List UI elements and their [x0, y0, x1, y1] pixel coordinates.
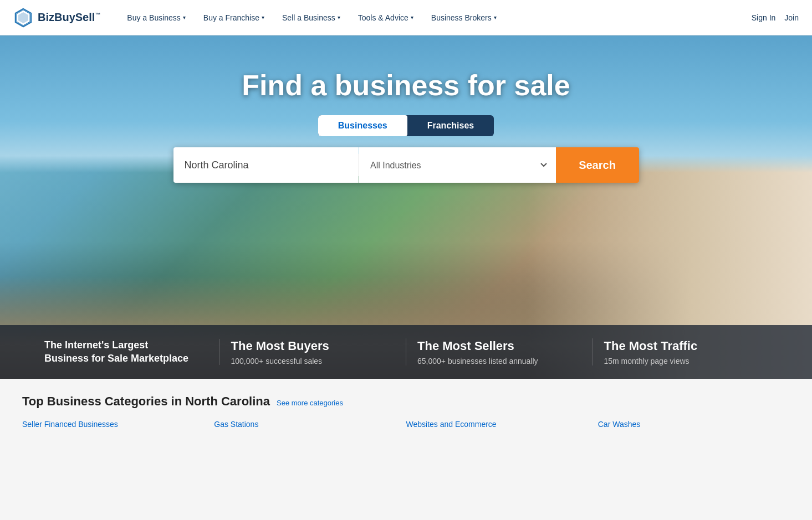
category-col-0: Seller Financed Businesses [22, 418, 214, 431]
category-car-washes[interactable]: Car Washes [598, 418, 790, 431]
stat-sellers: The Most Sellers 65,000+ businesses list… [406, 338, 593, 365]
nav-buy-business[interactable]: Buy a Business ▾ [118, 0, 195, 35]
categories-header: Top Business Categories in North Carolin… [22, 394, 790, 409]
categories-title: Top Business Categories in North Carolin… [22, 394, 270, 409]
nav-business-brokers[interactable]: Business Brokers ▾ [422, 0, 505, 35]
search-type-tabs: Businesses Franchises [318, 115, 494, 136]
tab-franchises[interactable]: Franchises [407, 115, 494, 136]
category-col-1: Gas Stations [214, 418, 406, 431]
stat-sellers-title: The Most Sellers [417, 338, 581, 354]
category-websites-ecommerce[interactable]: Websites and Ecommerce [406, 418, 598, 431]
stat-buyers-title: The Most Buyers [231, 338, 395, 354]
stat-sellers-sub: 65,000+ businesses listed annually [417, 357, 581, 365]
signin-button[interactable]: Sign In [752, 13, 776, 22]
stat-marketplace: The Internet's LargestBusiness for Sale … [33, 339, 220, 365]
nav-sell-business[interactable]: Sell a Business ▾ [273, 0, 349, 35]
logo[interactable]: BizBuySell™ [13, 8, 100, 28]
categories-grid: Seller Financed Businesses Gas Stations … [22, 418, 790, 431]
nav-auth: Sign In Join [752, 13, 799, 22]
logo-text: BizBuySell™ [38, 11, 100, 24]
join-button[interactable]: Join [784, 13, 799, 22]
nav-links: Buy a Business ▾ Buy a Franchise ▾ Sell … [118, 0, 751, 35]
chevron-down-icon: ▾ [494, 14, 497, 20]
chevron-down-icon: ▾ [183, 14, 186, 20]
search-location-input[interactable] [173, 147, 359, 183]
logo-icon [13, 8, 33, 28]
category-gas-stations[interactable]: Gas Stations [214, 418, 406, 431]
chevron-down-icon: ▾ [411, 14, 413, 20]
search-bar: All Industries Search [173, 147, 639, 183]
chevron-down-icon: ▾ [338, 14, 340, 20]
category-seller-financed[interactable]: Seller Financed Businesses [22, 418, 214, 431]
search-button[interactable]: Search [556, 147, 639, 183]
nav-tools-advice[interactable]: Tools & Advice ▾ [349, 0, 422, 35]
category-col-3: Car Washes [598, 418, 790, 431]
chevron-down-icon: ▾ [262, 14, 264, 20]
stat-buyers-sub: 100,000+ successful sales [231, 357, 395, 365]
svg-marker-1 [18, 12, 28, 23]
tab-businesses[interactable]: Businesses [318, 115, 407, 136]
hero-title: Find a business for sale [242, 69, 570, 102]
navbar: BizBuySell™ Buy a Business ▾ Buy a Franc… [0, 0, 812, 35]
category-col-2: Websites and Ecommerce [406, 418, 598, 431]
nav-buy-franchise[interactable]: Buy a Franchise ▾ [195, 0, 273, 35]
categories-section: Top Business Categories in North Carolin… [0, 379, 812, 442]
stat-traffic-title: The Most Traffic [604, 338, 768, 354]
stat-marketplace-title: The Internet's LargestBusiness for Sale … [44, 339, 208, 365]
search-industry-select[interactable]: All Industries [359, 147, 556, 183]
stat-traffic-sub: 15m monthly page views [604, 357, 768, 365]
stats-bar: The Internet's LargestBusiness for Sale … [0, 325, 812, 379]
see-more-categories-link[interactable]: See more categories [277, 399, 343, 407]
stat-traffic: The Most Traffic 15m monthly page views [593, 338, 779, 365]
hero-content: Find a business for sale Businesses Fran… [0, 69, 812, 183]
stat-buyers: The Most Buyers 100,000+ successful sale… [220, 338, 407, 365]
hero-section: Find a business for sale Businesses Fran… [0, 35, 812, 379]
